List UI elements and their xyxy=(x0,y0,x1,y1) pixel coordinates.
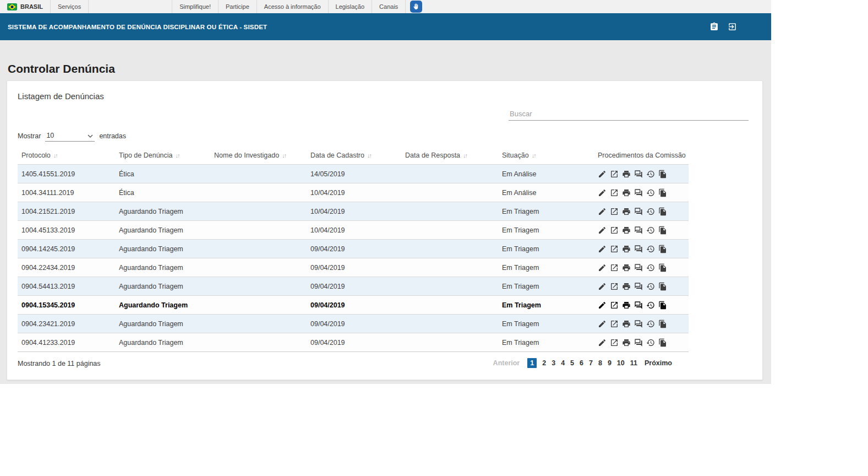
edit-button[interactable] xyxy=(598,282,607,291)
chat-button[interactable] xyxy=(634,263,643,272)
column-header-nome-do-investigado[interactable]: Nome do Investigado↓↑ xyxy=(210,148,307,165)
open-in-new-button[interactable] xyxy=(610,170,619,178)
column-header-situacao[interactable]: Situação↓↑ xyxy=(498,148,594,165)
column-header-protocolo[interactable]: Protocolo↓↑ xyxy=(18,148,115,165)
edit-button[interactable] xyxy=(598,338,607,347)
cell-cadastro: 09/04/2019 xyxy=(307,240,401,258)
open-in-new-button[interactable] xyxy=(610,282,619,291)
column-header-data-de-resposta[interactable]: Data de Resposta↓↑ xyxy=(401,148,498,165)
cell-resposta xyxy=(401,221,498,240)
chat-icon xyxy=(634,320,643,328)
column-header-data-de-cadastro[interactable]: Data de Cadastro↓↑ xyxy=(307,148,401,165)
cell-acoes xyxy=(594,202,689,221)
chat-button[interactable] xyxy=(634,226,643,235)
pagination-next[interactable]: Próximo xyxy=(645,359,672,367)
print-button[interactable] xyxy=(622,301,631,310)
history-button[interactable] xyxy=(646,170,655,178)
edit-button[interactable] xyxy=(598,226,607,235)
pagination-page-6[interactable]: 6 xyxy=(580,359,583,367)
open-in-new-button[interactable] xyxy=(610,226,619,235)
history-button[interactable] xyxy=(646,320,655,328)
vlibras-button[interactable] xyxy=(410,1,422,13)
chat-button[interactable] xyxy=(634,170,643,178)
govbar-brand[interactable]: BRASIL xyxy=(0,0,51,13)
govbar-item-simplifique-[interactable]: Simplifique! xyxy=(172,0,219,13)
clipboard-button[interactable] xyxy=(709,22,719,31)
copy-button[interactable] xyxy=(658,338,667,347)
edit-button[interactable] xyxy=(598,207,607,216)
logout-button[interactable] xyxy=(728,22,737,31)
pagination-page-7[interactable]: 7 xyxy=(589,359,593,367)
pagination-page-5[interactable]: 5 xyxy=(570,359,574,367)
edit-button[interactable] xyxy=(598,301,607,310)
cell-protocolo: 0904.22434.2019 xyxy=(18,258,115,277)
search-input[interactable] xyxy=(509,107,749,121)
edit-button[interactable] xyxy=(598,263,607,272)
pagination-page-9[interactable]: 9 xyxy=(608,359,612,367)
history-button[interactable] xyxy=(646,207,655,216)
history-icon xyxy=(646,282,655,291)
column-header-tipo-de-denuncia[interactable]: Tipo de Denúncia↓↑ xyxy=(115,148,210,165)
edit-button[interactable] xyxy=(598,245,607,253)
cell-resposta xyxy=(401,333,498,352)
govbar-item-legislacao[interactable]: Legislação xyxy=(329,0,373,13)
chat-button[interactable] xyxy=(634,207,643,216)
print-button[interactable] xyxy=(622,226,631,235)
open-in-new-button[interactable] xyxy=(610,245,619,253)
history-button[interactable] xyxy=(646,245,655,253)
copy-button[interactable] xyxy=(658,226,667,235)
history-button[interactable] xyxy=(646,188,655,197)
copy-button[interactable] xyxy=(658,245,667,253)
open-in-new-button[interactable] xyxy=(610,338,619,347)
govbar-item-participe[interactable]: Participe xyxy=(219,0,257,13)
print-button[interactable] xyxy=(622,282,631,291)
govbar-item-acesso-a-informacao[interactable]: Acesso à informação xyxy=(257,0,329,13)
copy-button[interactable] xyxy=(658,207,667,216)
pagination-page-3[interactable]: 3 xyxy=(552,359,555,367)
pagination-page-8[interactable]: 8 xyxy=(598,359,602,367)
edit-button[interactable] xyxy=(598,188,607,197)
chat-button[interactable] xyxy=(634,245,643,253)
history-button[interactable] xyxy=(646,338,655,347)
chat-button[interactable] xyxy=(634,338,643,347)
sign-language-icon xyxy=(412,3,420,10)
copy-button[interactable] xyxy=(658,301,667,310)
copy-button[interactable] xyxy=(658,188,667,197)
pagination-page-2[interactable]: 2 xyxy=(542,359,546,367)
print-button[interactable] xyxy=(622,338,631,347)
open-in-new-button[interactable] xyxy=(610,320,619,328)
govbar-item-servi-os[interactable]: Serviços xyxy=(51,0,89,13)
print-button[interactable] xyxy=(622,320,631,328)
pagination-page-11[interactable]: 11 xyxy=(630,359,637,367)
cell-tipo: Aguardando Triagem xyxy=(115,258,210,277)
page-size-select[interactable]: 10 xyxy=(45,131,95,142)
print-button[interactable] xyxy=(622,188,631,197)
pagination-previous[interactable]: Anterior xyxy=(493,359,520,367)
history-button[interactable] xyxy=(646,282,655,291)
history-button[interactable] xyxy=(646,301,655,310)
edit-button[interactable] xyxy=(598,320,607,328)
pagination-page-1[interactable]: 1 xyxy=(527,358,537,368)
copy-button[interactable] xyxy=(658,263,667,272)
copy-button[interactable] xyxy=(658,320,667,328)
govbar-item-canais[interactable]: Canais xyxy=(372,0,406,13)
print-button[interactable] xyxy=(622,207,631,216)
chat-button[interactable] xyxy=(634,301,643,310)
pagination-page-4[interactable]: 4 xyxy=(561,359,565,367)
print-button[interactable] xyxy=(622,170,631,178)
copy-button[interactable] xyxy=(658,170,667,178)
print-button[interactable] xyxy=(622,245,631,253)
print-button[interactable] xyxy=(622,263,631,272)
chat-button[interactable] xyxy=(634,282,643,291)
chat-button[interactable] xyxy=(634,320,643,328)
open-in-new-button[interactable] xyxy=(610,301,619,310)
history-button[interactable] xyxy=(646,263,655,272)
history-button[interactable] xyxy=(646,226,655,235)
copy-button[interactable] xyxy=(658,282,667,291)
edit-button[interactable] xyxy=(598,170,607,178)
open-in-new-button[interactable] xyxy=(610,263,619,272)
open-in-new-button[interactable] xyxy=(610,207,619,216)
pagination-page-10[interactable]: 10 xyxy=(617,359,625,367)
open-in-new-button[interactable] xyxy=(610,188,619,197)
chat-button[interactable] xyxy=(634,188,643,197)
